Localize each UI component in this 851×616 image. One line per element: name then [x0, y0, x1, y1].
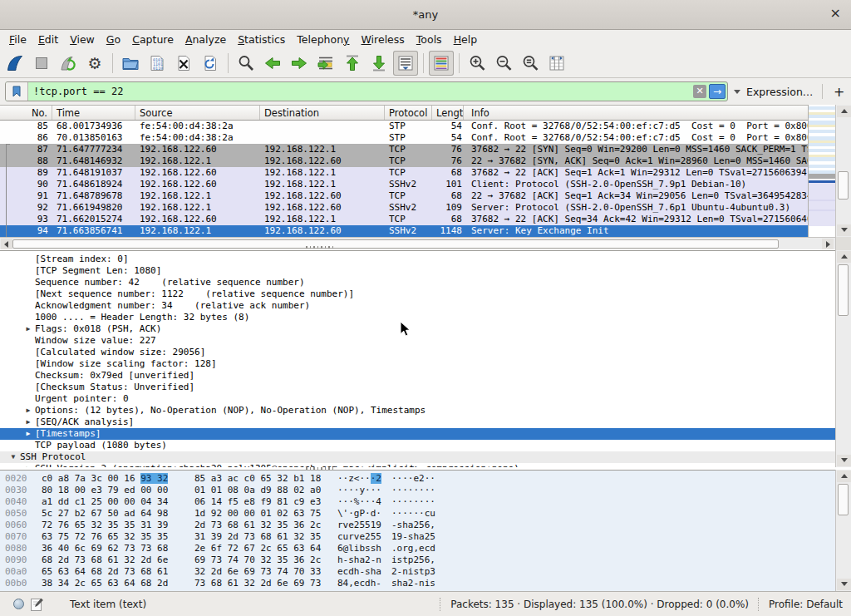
go-to-packet-button[interactable] — [313, 51, 338, 76]
go-forward-button[interactable] — [287, 51, 312, 76]
expert-info-icon[interactable] — [13, 599, 24, 609]
title-bar[interactable]: *any × — [0, 0, 851, 30]
menu-capture[interactable]: Capture — [126, 32, 180, 47]
hex-row-0020[interactable]: 0020c0 a8 7a 3c 00 16 93 3285 a3 ac c0 6… — [0, 473, 835, 485]
column-header-info[interactable]: Info — [464, 106, 808, 120]
detail-line[interactable]: 1000 .... = Header Length: 32 bytes (8) — [0, 312, 835, 323]
detail-line[interactable]: Urgent pointer: 0 — [0, 393, 835, 405]
expander-closed-icon[interactable]: ▶ — [22, 323, 35, 335]
hex-row-0060[interactable]: 006072 76 65 32 35 35 31 392d 73 68 61 3… — [0, 520, 835, 531]
close-window-icon[interactable]: × — [830, 7, 841, 20]
add-filter-button[interactable]: + — [832, 84, 846, 100]
open-file-button[interactable] — [118, 51, 143, 76]
packet-row-86[interactable]: 8670.013850163fe:54:00:d4:38:2aSTP54Conf… — [0, 132, 808, 144]
menu-edit[interactable]: Edit — [32, 32, 64, 47]
expander-closed-icon[interactable]: ▶ — [22, 416, 35, 428]
scroll-left-icon[interactable] — [1, 239, 12, 249]
resize-columns-button[interactable] — [544, 51, 569, 76]
packet-row-92[interactable]: 9271.661949820192.168.122.1192.168.122.6… — [0, 202, 808, 214]
detail-line[interactable]: TCP payload (1080 bytes) — [0, 440, 835, 451]
packet-row-94[interactable]: 9471.663856741192.168.122.1192.168.122.6… — [0, 225, 808, 237]
filter-bookmark-button[interactable] — [6, 82, 28, 101]
detail-line[interactable]: ▶Options: (12 bytes), No-Operation (NOP)… — [0, 405, 835, 416]
hex-row-0040[interactable]: 0040a1 dd c1 25 00 00 04 3406 14 f5 e8 f… — [0, 496, 835, 508]
capture-options-button[interactable]: ⚙ — [82, 51, 107, 76]
packet-list-minimap[interactable] — [808, 105, 835, 237]
packet-row-87[interactable]: 8771.647777234192.168.122.60192.168.122.… — [0, 144, 808, 155]
expander-closed-icon[interactable]: ▶ — [22, 405, 35, 416]
packet-row-91[interactable]: 9171.648789678192.168.122.1192.168.122.6… — [0, 190, 808, 202]
zoom-original-button[interactable] — [518, 51, 543, 76]
bytes-vscrollbar[interactable] — [835, 470, 851, 591]
detail-line[interactable]: Sequence number: 42 (relative sequence n… — [0, 277, 835, 288]
details-vscrollbar[interactable] — [835, 250, 851, 467]
menu-telephony[interactable]: Telephony — [291, 32, 355, 47]
start-capture-button[interactable] — [2, 51, 27, 76]
expression-button[interactable]: Expression… — [746, 86, 813, 98]
hex-row-0070[interactable]: 007063 75 72 76 65 32 35 3531 39 2d 73 6… — [0, 531, 835, 543]
expander-closed-icon[interactable]: ▶ — [22, 428, 35, 440]
scroll-up-icon[interactable] — [837, 251, 851, 263]
detail-line[interactable]: [Calculated window size: 29056] — [0, 347, 835, 358]
column-header-len[interactable]: Length — [432, 106, 464, 120]
hex-row-0090[interactable]: 009068 2d 73 68 61 32 2d 6e69 73 74 70 3… — [0, 554, 835, 566]
go-first-button[interactable] — [340, 51, 365, 76]
stop-capture-button[interactable] — [29, 51, 54, 76]
scroll-thumb[interactable] — [838, 484, 849, 515]
menu-go[interactable]: Go — [101, 32, 126, 47]
column-header-src[interactable]: Source — [135, 106, 260, 120]
save-file-button[interactable]: 010111010110 — [145, 51, 170, 76]
hex-row-0050[interactable]: 00505c 27 b2 67 50 ad 64 981d 92 00 00 0… — [0, 508, 835, 520]
filter-apply-button[interactable]: → — [709, 84, 726, 99]
detail-line[interactable]: [Next sequence number: 1122 (relative se… — [0, 288, 835, 300]
hex-row-00b0[interactable]: 00b038 34 2c 65 63 64 68 2d73 68 61 32 2… — [0, 578, 835, 589]
menu-view[interactable]: View — [64, 32, 101, 47]
zoom-in-button[interactable] — [465, 51, 489, 76]
menu-help[interactable]: Help — [448, 32, 484, 47]
scroll-down-icon[interactable] — [837, 579, 851, 590]
column-header-no[interactable]: No. — [0, 106, 52, 120]
detail-line[interactable]: ▶SSH Version 2 (encryption:chacha20-poly… — [0, 463, 835, 467]
scroll-up-icon[interactable] — [837, 106, 851, 117]
detail-line[interactable]: Acknowledgment number: 34 (relative ack … — [0, 300, 835, 312]
zoom-out-button[interactable] — [491, 51, 516, 76]
scroll-thumb[interactable] — [838, 171, 849, 200]
filter-history-dropdown-icon[interactable] — [734, 90, 740, 94]
detail-line[interactable]: ▼SSH Protocol — [0, 451, 835, 463]
hex-row-0030[interactable]: 003080 18 00 e3 79 ed 00 0001 01 08 0a d… — [0, 485, 835, 496]
detail-line[interactable]: [TCP Segment Len: 1080] — [0, 265, 835, 277]
detail-line[interactable]: Checksum: 0x79ed [unverified] — [0, 370, 835, 382]
go-back-button[interactable] — [260, 51, 285, 76]
reload-file-button[interactable] — [198, 51, 223, 76]
menu-file[interactable]: File — [3, 32, 32, 47]
display-filter-entry[interactable]: !tcp.port == 22 ✕ → — [5, 81, 728, 101]
scroll-up-icon[interactable] — [837, 471, 851, 482]
packet-list-hscrollbar[interactable] — [0, 237, 835, 249]
hex-row-0080[interactable]: 008036 40 6c 69 62 73 73 682e 6f 72 67 2… — [0, 543, 835, 554]
go-last-button[interactable] — [366, 51, 391, 76]
scroll-down-icon[interactable] — [837, 224, 851, 236]
menu-analyze[interactable]: Analyze — [180, 32, 232, 47]
scroll-thumb[interactable] — [12, 239, 779, 249]
packet-row-93[interactable]: 9371.662015274192.168.122.60192.168.122.… — [0, 214, 808, 225]
packet-row-85[interactable]: 8568.001734936fe:54:00:d4:38:2aSTP54Conf… — [0, 121, 808, 132]
packet-list-vscrollbar[interactable] — [835, 105, 851, 237]
menu-statistics[interactable]: Statistics — [232, 32, 291, 47]
expander-open-icon[interactable]: ▼ — [7, 451, 20, 463]
detail-line[interactable]: [Stream index: 0] — [0, 254, 835, 265]
packet-row-88[interactable]: 8871.648146932192.168.122.1192.168.122.6… — [0, 155, 808, 167]
column-header-proto[interactable]: Protocol — [385, 106, 432, 120]
profile-status[interactable]: Profile: Default — [769, 599, 843, 610]
menu-tools[interactable]: Tools — [411, 32, 448, 47]
filter-input[interactable]: !tcp.port == 22 — [28, 86, 693, 97]
packet-row-90[interactable]: 9071.648618924192.168.122.60192.168.122.… — [0, 179, 808, 190]
scroll-down-icon[interactable] — [837, 455, 851, 466]
find-packet-button[interactable] — [234, 51, 258, 76]
detail-line[interactable]: [Checksum Status: Unverified] — [0, 382, 835, 393]
detail-line[interactable]: ▶Flags: 0x018 (PSH, ACK) — [0, 323, 835, 335]
detail-line[interactable]: ▶[Timestamps] — [0, 428, 835, 440]
pane-splitter-handle[interactable] — [306, 246, 334, 249]
filter-clear-button[interactable]: ✕ — [693, 85, 706, 98]
detail-line[interactable]: Window size value: 227 — [0, 335, 835, 347]
column-header-time[interactable]: Time — [52, 106, 135, 120]
